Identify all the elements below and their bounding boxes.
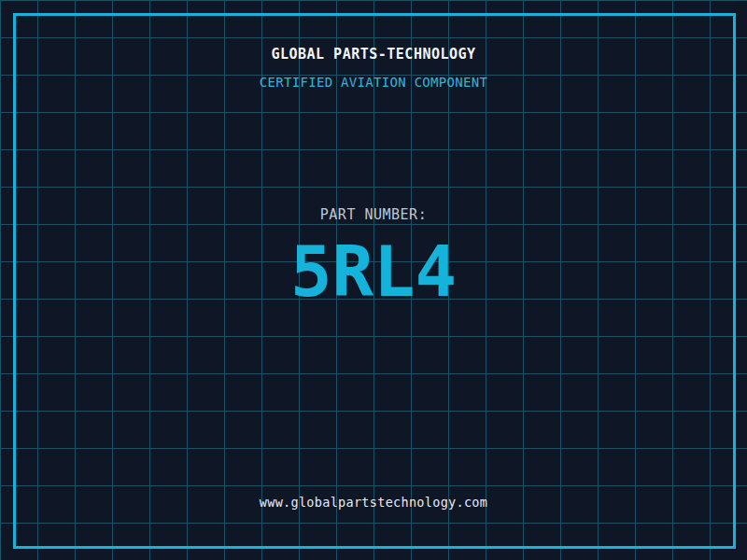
part-number-label: PART NUMBER:: [0, 206, 747, 223]
company-name: GLOBAL PARTS-TECHNOLOGY: [0, 46, 747, 63]
certification-subtitle: CERTIFIED AVIATION COMPONENT: [0, 75, 747, 90]
part-number-value: 5RL4: [0, 237, 747, 306]
certificate-card: GLOBAL PARTS-TECHNOLOGY CERTIFIED AVIATI…: [0, 0, 747, 560]
website-url: www.globalpartstechnology.com: [0, 495, 747, 510]
